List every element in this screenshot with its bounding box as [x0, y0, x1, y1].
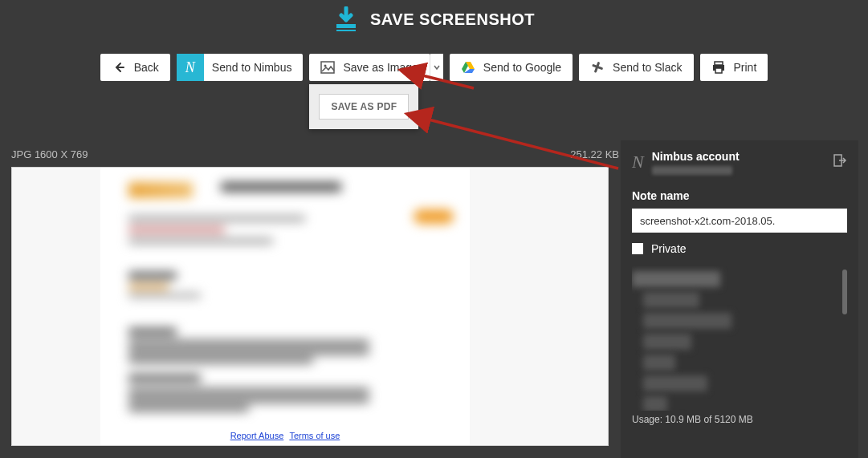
list-item[interactable] [643, 313, 731, 329]
print-icon [711, 60, 726, 75]
list-item[interactable] [643, 334, 691, 350]
private-checkbox[interactable] [632, 243, 643, 254]
image-filesize: 251.22 KB [570, 148, 619, 160]
nimbus-icon: N [177, 54, 204, 81]
send-nimbus-button[interactable]: N Send to Nimbus [177, 54, 304, 81]
svg-rect-0 [336, 24, 356, 28]
account-title: Nimbus account [652, 150, 825, 163]
arrow-left-icon [112, 60, 126, 75]
back-label: Back [134, 61, 159, 74]
google-drive-icon [461, 60, 475, 75]
list-item[interactable] [643, 396, 667, 411]
save-image-dropdown: SAVE AS PDF [309, 84, 418, 129]
caret-down-icon [434, 64, 440, 71]
terms-link[interactable]: Terms of use [289, 431, 340, 440]
list-item[interactable] [632, 271, 720, 287]
download-icon [333, 6, 359, 32]
save-image-button[interactable]: Save as Image [309, 54, 430, 81]
report-abuse-link[interactable]: Report Abuse [230, 431, 284, 440]
send-slack-button[interactable]: Send to Slack [579, 54, 693, 81]
svg-rect-1 [336, 30, 356, 31]
account-email [652, 166, 732, 175]
note-name-input[interactable] [632, 209, 847, 233]
print-label: Print [734, 61, 757, 74]
back-button[interactable]: Back [100, 54, 170, 81]
private-label: Private [651, 242, 687, 255]
send-google-button[interactable]: Send to Google [450, 54, 573, 81]
print-button[interactable]: Print [700, 54, 768, 81]
nimbus-panel: N Nimbus account Note name Private Usage… [621, 140, 858, 458]
preview-footer: Report Abuse Terms of use [100, 431, 470, 440]
list-item[interactable] [643, 292, 699, 308]
slack-icon [590, 60, 605, 75]
send-google-label: Send to Google [483, 61, 561, 74]
svg-rect-8 [715, 68, 722, 73]
svg-rect-6 [715, 62, 723, 65]
list-item[interactable] [643, 355, 675, 371]
save-as-pdf-button[interactable]: SAVE AS PDF [319, 94, 409, 120]
nimbus-logo-icon: N [632, 152, 644, 172]
note-name-label: Note name [632, 189, 847, 202]
page-title: SAVE SCREENSHOT [370, 10, 535, 29]
usage-text: Usage: 10.9 MB of 5120 MB [632, 414, 847, 425]
toolbar: Back N Send to Nimbus Save as Image SAVE… [0, 54, 868, 81]
save-image-label: Save as Image [343, 61, 418, 74]
list-item[interactable] [643, 375, 707, 391]
screenshot-preview: Report Abuse Terms of use [11, 167, 609, 446]
send-nimbus-label: Send to Nimbus [212, 61, 292, 74]
send-slack-label: Send to Slack [613, 61, 682, 74]
folder-list[interactable] [632, 266, 847, 411]
logout-icon[interactable] [833, 153, 847, 170]
svg-line-11 [426, 119, 618, 168]
scrollbar-thumb[interactable] [842, 270, 847, 314]
image-dimensions: JPG 1600 X 769 [11, 148, 88, 160]
image-icon [320, 60, 335, 75]
save-image-dropdown-toggle[interactable] [430, 54, 443, 81]
